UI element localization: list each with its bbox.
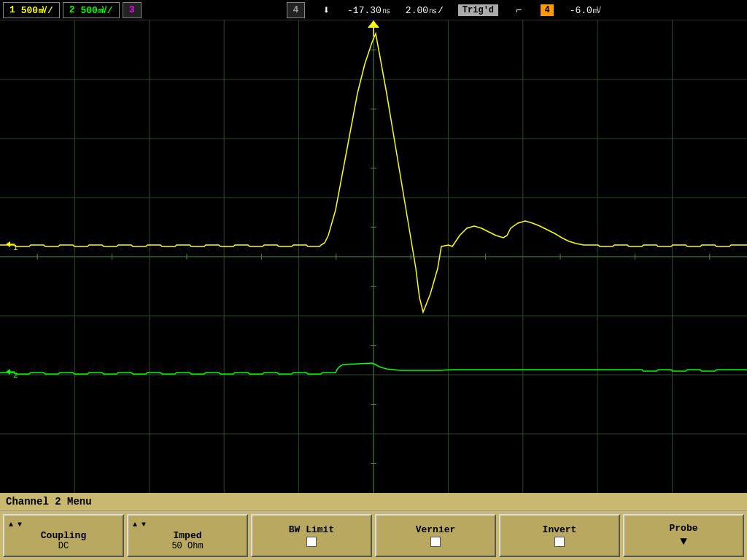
ch2-info: 2 500㎷/ xyxy=(63,2,120,18)
probe-button[interactable]: Probe ▼ xyxy=(623,514,744,557)
ch2-label: 2 xyxy=(69,4,75,15)
ch3-label: 3 xyxy=(129,4,135,15)
ch2-waveform xyxy=(0,363,747,374)
ch1-info: 1 500㎷/ xyxy=(3,2,60,18)
bwlimit-checkbox[interactable] xyxy=(306,537,317,547)
invert-label: Invert xyxy=(543,524,577,535)
ch2-ground-arrow xyxy=(6,369,10,375)
volt-offset-value: -6.0㎷ xyxy=(570,4,602,17)
imped-value: 50 Ohm xyxy=(171,541,203,551)
ch4-info: 4 xyxy=(287,2,306,18)
time-offset-value: -17.30㎱ xyxy=(347,4,391,17)
vernier-label: Vernier xyxy=(416,524,456,535)
trigger-arrow-icon: ⬇ xyxy=(322,3,330,18)
trigger-position-marker xyxy=(368,20,379,28)
ch4-label: 4 xyxy=(293,4,299,15)
imped-label: Imped xyxy=(173,530,201,541)
coupling-button[interactable]: ▲ ▼ Coupling DC xyxy=(3,514,124,557)
bwlimit-button[interactable]: BW Limit xyxy=(251,514,372,557)
coupling-label: Coupling xyxy=(41,530,86,541)
imped-button[interactable]: ▲ ▼ Imped 50 Ohm xyxy=(127,514,248,557)
waveform-display: 1 2 xyxy=(0,20,747,493)
top-status-bar: 1 500㎷/ 2 500㎷/ 3 4 ⬇ -17.30㎱ 2.00㎱/ Tri… xyxy=(0,0,747,20)
invert-checkbox[interactable] xyxy=(554,537,565,547)
ch1-ground-arrow xyxy=(6,241,10,247)
vernier-checkbox[interactable] xyxy=(430,537,441,547)
channel-menu-title: Channel 2 Menu xyxy=(0,493,747,511)
coupling-value: DC xyxy=(58,541,69,551)
ch1-scale: 500㎷/ xyxy=(21,4,53,17)
scope-display: 1 2 xyxy=(0,20,747,493)
trig-status-badge: Trig'd xyxy=(458,4,498,16)
probe-label: Probe xyxy=(669,523,697,534)
menu-buttons-row: ▲ ▼ Coupling DC ▲ ▼ Imped 50 Ohm BW Limi… xyxy=(0,511,747,560)
trig-slope-icon: ⌐ xyxy=(516,4,522,16)
ch3-info: 3 xyxy=(123,2,142,18)
ch1-label: 1 xyxy=(9,4,15,15)
top-center-info: 4 ⬇ -17.30㎱ 2.00㎱/ Trig'd ⌐ 4 -6.0㎷ xyxy=(144,2,745,18)
ch2-scale: 500㎷/ xyxy=(80,4,112,17)
invert-button[interactable]: Invert xyxy=(499,514,620,557)
imped-arrow-icon: ▲ ▼ xyxy=(133,521,146,529)
vernier-button[interactable]: Vernier xyxy=(375,514,496,557)
coupling-arrow-icon: ▲ ▼ xyxy=(9,521,22,529)
ch1-ground-marker: 1 xyxy=(13,244,18,252)
ch1-waveform xyxy=(0,34,747,312)
ch2-ground-marker: 2 xyxy=(13,371,18,380)
time-scale-value: 2.00㎱/ xyxy=(406,4,444,17)
trig-ch-badge: 4 xyxy=(541,4,553,16)
bwlimit-label: BW Limit xyxy=(289,524,334,535)
probe-down-arrow-icon: ▼ xyxy=(680,535,687,548)
bottom-menu-bar: Channel 2 Menu ▲ ▼ Coupling DC ▲ ▼ Imped… xyxy=(0,493,747,560)
